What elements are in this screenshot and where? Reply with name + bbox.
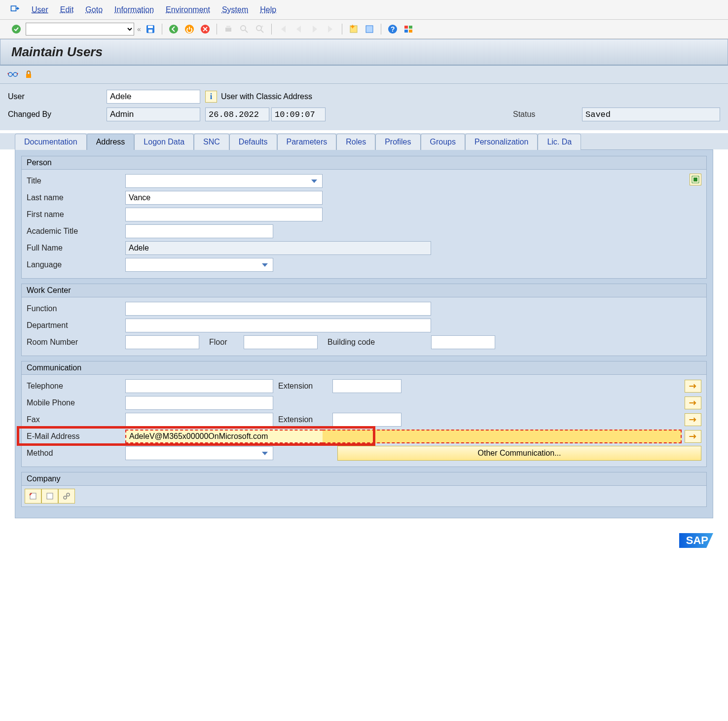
expand-person-icon[interactable] — [690, 174, 701, 185]
status-label: Status — [513, 110, 582, 119]
company-link-icon[interactable] — [58, 489, 75, 504]
tab-groups[interactable]: Groups — [421, 134, 465, 150]
communication-group-title: Communication — [22, 361, 706, 375]
svg-rect-3 — [148, 26, 153, 28]
sap-logo: SAP — [679, 533, 713, 548]
svg-rect-28 — [693, 178, 697, 181]
new-session-icon[interactable]: ✦ — [347, 23, 360, 36]
function-field[interactable] — [125, 302, 431, 316]
tab-snc[interactable]: SNC — [194, 134, 229, 150]
fax-detail-icon[interactable] — [685, 413, 701, 426]
academic-field[interactable] — [125, 224, 273, 238]
user-field[interactable] — [107, 90, 200, 104]
company-assign-icon[interactable] — [25, 489, 41, 504]
telephone-ext-field[interactable] — [332, 379, 401, 393]
function-label: Function — [27, 304, 125, 313]
tab-logon[interactable]: Logon Data — [134, 134, 194, 150]
fax-ext-label: Extension — [278, 415, 332, 424]
tab-parameters[interactable]: Parameters — [277, 134, 337, 150]
mobile-label: Mobile Phone — [27, 398, 125, 407]
sub-toolbar — [0, 66, 728, 84]
fax-field[interactable] — [125, 413, 273, 427]
info-icon[interactable]: i — [205, 91, 217, 103]
tab-personalization[interactable]: Personalization — [465, 134, 538, 150]
svg-text:?: ? — [391, 25, 395, 33]
mobile-field[interactable] — [125, 396, 273, 410]
exit-icon[interactable] — [183, 23, 196, 36]
mobile-detail-icon[interactable] — [685, 397, 701, 409]
svg-text:+: + — [261, 24, 263, 29]
svg-point-24 — [8, 72, 12, 76]
title-label: Title — [27, 177, 125, 185]
header-fields: User i User with Classic Address Changed… — [0, 84, 728, 130]
email-detail-icon[interactable] — [685, 430, 701, 443]
changedby-field — [107, 108, 200, 121]
svg-line-33 — [66, 496, 67, 497]
glasses-icon[interactable] — [7, 69, 19, 80]
department-label: Department — [27, 321, 125, 330]
cancel-icon[interactable] — [199, 23, 212, 36]
next-page-icon — [308, 23, 321, 36]
tab-row: Documentation Address Logon Data SNC Def… — [0, 133, 728, 149]
fax-ext-field[interactable] — [332, 413, 401, 427]
user-label: User — [8, 92, 107, 101]
menubar: User Edit Goto Information Environment S… — [0, 0, 728, 20]
tab-profiles[interactable]: Profiles — [375, 134, 420, 150]
lastname-label: Last name — [27, 193, 125, 202]
command-icon — [10, 4, 20, 15]
menu-user[interactable]: User — [32, 5, 48, 14]
building-field[interactable] — [431, 335, 495, 349]
menu-information[interactable]: Information — [114, 5, 154, 14]
menu-edit[interactable]: Edit — [60, 5, 74, 14]
telephone-detail-icon[interactable] — [685, 380, 701, 393]
svg-rect-17 — [366, 26, 373, 33]
tab-roles[interactable]: Roles — [336, 134, 375, 150]
method-label: Method — [27, 449, 125, 458]
room-field[interactable] — [125, 335, 199, 349]
title-bar: Maintain Users — [0, 39, 728, 66]
firstname-field[interactable] — [125, 208, 323, 221]
svg-rect-0 — [11, 6, 16, 11]
email-field[interactable] — [125, 430, 323, 443]
tab-address[interactable]: Address — [87, 134, 135, 150]
save-icon[interactable] — [144, 23, 157, 36]
svg-rect-8 — [225, 28, 231, 32]
telephone-field[interactable] — [125, 379, 273, 393]
menu-goto[interactable]: Goto — [85, 5, 103, 14]
tab-documentation[interactable]: Documentation — [15, 134, 87, 150]
svg-rect-30 — [47, 493, 53, 499]
footer: SAP — [0, 528, 728, 558]
telephone-ext-label: Extension — [278, 382, 332, 391]
company-create-icon[interactable] — [41, 489, 58, 504]
help-icon[interactable]: ? — [386, 23, 399, 36]
room-label: Room Number — [27, 338, 125, 347]
svg-rect-9 — [226, 26, 230, 28]
svg-point-10 — [241, 26, 246, 31]
shortcut-icon[interactable] — [363, 23, 376, 36]
changed-time-field — [271, 108, 326, 121]
layout-icon[interactable] — [402, 23, 415, 36]
lock-icon[interactable] — [23, 69, 35, 80]
title-combo[interactable] — [125, 174, 323, 188]
svg-rect-20 — [404, 26, 408, 29]
menu-help[interactable]: Help — [260, 5, 276, 14]
enter-icon[interactable] — [10, 23, 23, 36]
tab-lic[interactable]: Lic. Da — [538, 134, 581, 150]
method-combo[interactable] — [125, 446, 273, 460]
menu-environment[interactable]: Environment — [166, 5, 210, 14]
other-communication-button[interactable]: Other Communication... — [337, 446, 701, 461]
command-field[interactable] — [26, 23, 134, 36]
floor-field[interactable] — [244, 335, 318, 349]
last-page-icon — [324, 23, 337, 36]
fullname-label: Full Name — [27, 244, 125, 252]
department-field[interactable] — [125, 319, 431, 332]
menu-system[interactable]: System — [222, 5, 248, 14]
lastname-field[interactable] — [125, 191, 323, 205]
page-title: Maintain Users — [11, 44, 717, 60]
changedby-label: Changed By — [8, 110, 107, 119]
language-combo[interactable] — [125, 258, 273, 272]
tab-defaults[interactable]: Defaults — [229, 134, 277, 150]
back-icon[interactable] — [167, 23, 180, 36]
communication-group: Communication Telephone Extension Mobile… — [21, 361, 707, 467]
floor-label: Floor — [209, 338, 244, 347]
